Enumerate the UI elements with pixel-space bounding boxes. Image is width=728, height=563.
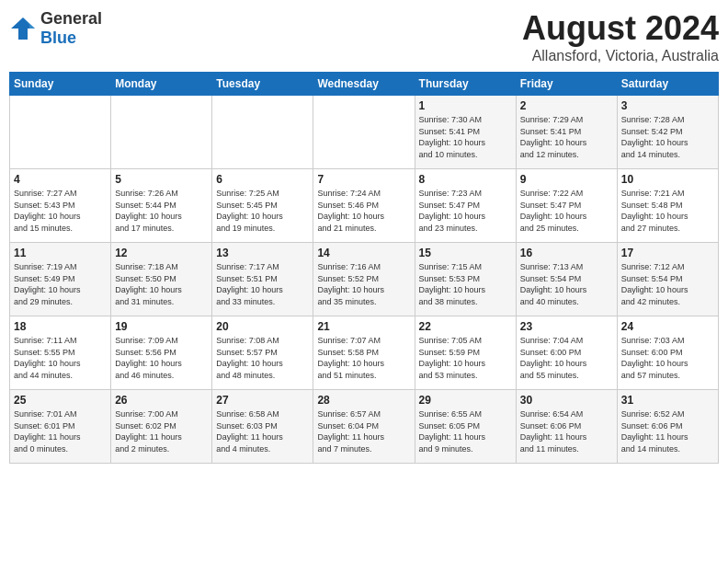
day-info: Sunrise: 7:17 AM Sunset: 5:51 PM Dayligh…: [216, 261, 309, 307]
day-number: 9: [520, 173, 613, 186]
calendar-cell: 21Sunrise: 7:07 AM Sunset: 5:58 PM Dayli…: [313, 316, 415, 390]
calendar-cell: 22Sunrise: 7:05 AM Sunset: 5:59 PM Dayli…: [415, 316, 516, 390]
day-info: Sunrise: 7:16 AM Sunset: 5:52 PM Dayligh…: [317, 261, 410, 307]
calendar-table: SundayMondayTuesdayWednesdayThursdayFrid…: [9, 72, 719, 464]
day-info: Sunrise: 7:18 AM Sunset: 5:50 PM Dayligh…: [115, 261, 208, 307]
day-number: 4: [14, 173, 107, 186]
day-number: 25: [14, 394, 107, 407]
day-info: Sunrise: 7:30 AM Sunset: 5:41 PM Dayligh…: [419, 114, 512, 160]
calendar-cell: 1Sunrise: 7:30 AM Sunset: 5:41 PM Daylig…: [415, 96, 516, 169]
day-number: 15: [419, 247, 512, 259]
calendar-cell: 8Sunrise: 7:23 AM Sunset: 5:47 PM Daylig…: [415, 169, 516, 243]
weekday-header-tuesday: Tuesday: [212, 73, 313, 96]
calendar-cell: 17Sunrise: 7:12 AM Sunset: 5:54 PM Dayli…: [617, 243, 718, 316]
day-number: 6: [216, 173, 309, 186]
day-number: 26: [115, 394, 208, 407]
logo-blue: Blue: [40, 29, 76, 47]
weekday-header-friday: Friday: [516, 73, 617, 96]
day-info: Sunrise: 7:25 AM Sunset: 5:45 PM Dayligh…: [216, 188, 309, 234]
week-row-3: 11Sunrise: 7:19 AM Sunset: 5:49 PM Dayli…: [10, 243, 719, 316]
day-info: Sunrise: 7:27 AM Sunset: 5:43 PM Dayligh…: [14, 188, 107, 234]
calendar-cell: [111, 96, 212, 169]
day-number: 20: [216, 320, 309, 333]
calendar-cell: 3Sunrise: 7:28 AM Sunset: 5:42 PM Daylig…: [617, 96, 718, 169]
title-block: August 2024 Allansford, Victoria, Austra…: [522, 9, 719, 64]
logo-icon: [9, 16, 37, 41]
day-info: Sunrise: 7:28 AM Sunset: 5:42 PM Dayligh…: [621, 114, 714, 160]
calendar-cell: 26Sunrise: 7:00 AM Sunset: 6:02 PM Dayli…: [111, 390, 212, 464]
day-info: Sunrise: 7:00 AM Sunset: 6:02 PM Dayligh…: [115, 408, 208, 454]
day-number: 31: [621, 394, 714, 407]
logo-text: General Blue: [40, 9, 102, 48]
calendar-cell: 6Sunrise: 7:25 AM Sunset: 5:45 PM Daylig…: [212, 169, 313, 243]
day-number: 18: [14, 320, 107, 333]
calendar-cell: 18Sunrise: 7:11 AM Sunset: 5:55 PM Dayli…: [10, 316, 111, 390]
day-number: 10: [621, 173, 714, 186]
day-number: 11: [14, 247, 107, 259]
calendar-cell: [313, 96, 415, 169]
calendar-cell: 7Sunrise: 7:24 AM Sunset: 5:46 PM Daylig…: [313, 169, 415, 243]
calendar-cell: 5Sunrise: 7:26 AM Sunset: 5:44 PM Daylig…: [111, 169, 212, 243]
calendar-cell: 2Sunrise: 7:29 AM Sunset: 5:41 PM Daylig…: [516, 96, 617, 169]
day-info: Sunrise: 7:12 AM Sunset: 5:54 PM Dayligh…: [621, 261, 714, 307]
day-info: Sunrise: 6:55 AM Sunset: 6:05 PM Dayligh…: [419, 408, 512, 454]
weekday-header-wednesday: Wednesday: [313, 73, 415, 96]
day-info: Sunrise: 7:11 AM Sunset: 5:55 PM Dayligh…: [14, 335, 107, 381]
logo-general: General: [40, 9, 102, 28]
weekday-header-monday: Monday: [111, 73, 212, 96]
day-number: 30: [520, 394, 613, 407]
calendar-cell: [212, 96, 313, 169]
calendar-cell: 29Sunrise: 6:55 AM Sunset: 6:05 PM Dayli…: [415, 390, 516, 464]
day-info: Sunrise: 7:29 AM Sunset: 5:41 PM Dayligh…: [520, 114, 613, 160]
day-number: 13: [216, 247, 309, 259]
calendar-cell: 16Sunrise: 7:13 AM Sunset: 5:54 PM Dayli…: [516, 243, 617, 316]
day-info: Sunrise: 7:21 AM Sunset: 5:48 PM Dayligh…: [621, 188, 714, 234]
week-row-4: 18Sunrise: 7:11 AM Sunset: 5:55 PM Dayli…: [10, 316, 719, 390]
calendar-cell: 28Sunrise: 6:57 AM Sunset: 6:04 PM Dayli…: [313, 390, 415, 464]
weekday-row: SundayMondayTuesdayWednesdayThursdayFrid…: [10, 73, 719, 96]
day-number: 19: [115, 320, 208, 333]
day-info: Sunrise: 7:24 AM Sunset: 5:46 PM Dayligh…: [317, 188, 410, 234]
day-info: Sunrise: 6:58 AM Sunset: 6:03 PM Dayligh…: [216, 408, 309, 454]
weekday-header-thursday: Thursday: [415, 73, 516, 96]
calendar-cell: 30Sunrise: 6:54 AM Sunset: 6:06 PM Dayli…: [516, 390, 617, 464]
day-number: 22: [419, 320, 512, 333]
day-info: Sunrise: 7:15 AM Sunset: 5:53 PM Dayligh…: [419, 261, 512, 307]
week-row-1: 1Sunrise: 7:30 AM Sunset: 5:41 PM Daylig…: [10, 96, 719, 169]
day-number: 29: [419, 394, 512, 407]
calendar-cell: 25Sunrise: 7:01 AM Sunset: 6:01 PM Dayli…: [10, 390, 111, 464]
day-info: Sunrise: 7:23 AM Sunset: 5:47 PM Dayligh…: [419, 188, 512, 234]
day-number: 17: [621, 247, 714, 259]
day-info: Sunrise: 7:01 AM Sunset: 6:01 PM Dayligh…: [14, 408, 107, 454]
day-number: 23: [520, 320, 613, 333]
calendar-cell: 20Sunrise: 7:08 AM Sunset: 5:57 PM Dayli…: [212, 316, 313, 390]
day-info: Sunrise: 7:13 AM Sunset: 5:54 PM Dayligh…: [520, 261, 613, 307]
day-info: Sunrise: 7:03 AM Sunset: 6:00 PM Dayligh…: [621, 335, 714, 381]
week-row-5: 25Sunrise: 7:01 AM Sunset: 6:01 PM Dayli…: [10, 390, 719, 464]
calendar-cell: 11Sunrise: 7:19 AM Sunset: 5:49 PM Dayli…: [10, 243, 111, 316]
day-info: Sunrise: 7:26 AM Sunset: 5:44 PM Dayligh…: [115, 188, 208, 234]
calendar-cell: 27Sunrise: 6:58 AM Sunset: 6:03 PM Dayli…: [212, 390, 313, 464]
day-info: Sunrise: 7:19 AM Sunset: 5:49 PM Dayligh…: [14, 261, 107, 307]
calendar-header: SundayMondayTuesdayWednesdayThursdayFrid…: [10, 73, 719, 96]
day-number: 1: [419, 99, 512, 112]
day-info: Sunrise: 7:08 AM Sunset: 5:57 PM Dayligh…: [216, 335, 309, 381]
calendar-title: August 2024: [522, 9, 719, 48]
day-number: 21: [317, 320, 410, 333]
weekday-header-saturday: Saturday: [617, 73, 718, 96]
week-row-2: 4Sunrise: 7:27 AM Sunset: 5:43 PM Daylig…: [10, 169, 719, 243]
calendar-cell: 24Sunrise: 7:03 AM Sunset: 6:00 PM Dayli…: [617, 316, 718, 390]
calendar-cell: 14Sunrise: 7:16 AM Sunset: 5:52 PM Dayli…: [313, 243, 415, 316]
day-number: 7: [317, 173, 410, 186]
calendar-cell: 12Sunrise: 7:18 AM Sunset: 5:50 PM Dayli…: [111, 243, 212, 316]
calendar-cell: 4Sunrise: 7:27 AM Sunset: 5:43 PM Daylig…: [10, 169, 111, 243]
day-info: Sunrise: 6:54 AM Sunset: 6:06 PM Dayligh…: [520, 408, 613, 454]
calendar-cell: [10, 96, 111, 169]
day-info: Sunrise: 7:09 AM Sunset: 5:56 PM Dayligh…: [115, 335, 208, 381]
day-info: Sunrise: 7:07 AM Sunset: 5:58 PM Dayligh…: [317, 335, 410, 381]
calendar-cell: 23Sunrise: 7:04 AM Sunset: 6:00 PM Dayli…: [516, 316, 617, 390]
day-number: 16: [520, 247, 613, 259]
weekday-header-sunday: Sunday: [10, 73, 111, 96]
day-info: Sunrise: 6:52 AM Sunset: 6:06 PM Dayligh…: [621, 408, 714, 454]
day-number: 2: [520, 99, 613, 112]
